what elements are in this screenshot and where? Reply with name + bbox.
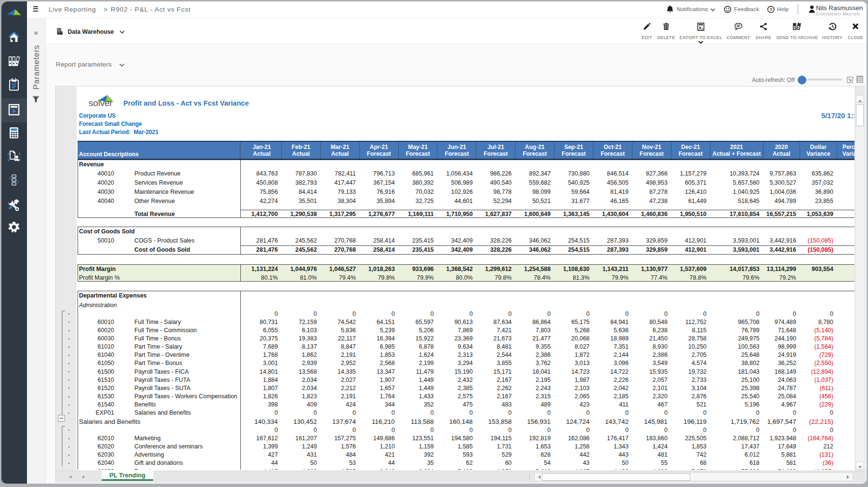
svg-text:s: s: [702, 27, 703, 30]
svg-text:X: X: [699, 26, 702, 30]
svg-text:?: ?: [770, 7, 773, 12]
